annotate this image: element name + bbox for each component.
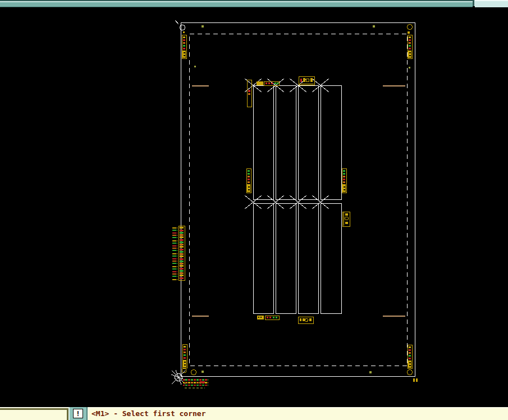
module-outlines-row1 [254,86,342,200]
top-header-strip [257,81,279,85]
mounting-holes [175,20,413,375]
left-edge-connector [172,226,185,280]
module-outlines-row2 [254,204,342,314]
module-outline [299,86,319,200]
module-outline [254,204,274,314]
module-outline [321,204,342,314]
module-outline [321,86,342,200]
silkscreen-label-top [299,76,314,85]
fiducial-squares [183,25,410,373]
module-outline [276,204,296,314]
top-scrollbar[interactable] [0,0,508,6]
module-outline [276,86,296,200]
module-outline [299,204,319,314]
layout-canvas[interactable] [0,0,508,420]
pin-marker-crosses [245,79,329,209]
scrollbar-trough[interactable] [475,0,508,7]
silkscreen-label-bottom [298,317,313,323]
module-outline [254,86,274,200]
dimension-pin-grid [183,378,208,389]
command-panel[interactable] [0,407,68,420]
bottom-header-strip [257,316,279,319]
alert-button[interactable]: ! [73,409,83,418]
dimension-text-marks [413,378,418,382]
silkscreen-label-right [342,212,350,226]
status-message: <M1> - Select first corner [91,409,206,418]
pcb-editor-window: ! <M1> - Select first corner [0,0,508,420]
message-area: <M1> - Select first corner [88,407,508,420]
scrollbar-thumb[interactable] [0,0,473,7]
alert-zone: ! [68,407,88,420]
status-bar: ! <M1> - Select first corner [0,407,508,420]
